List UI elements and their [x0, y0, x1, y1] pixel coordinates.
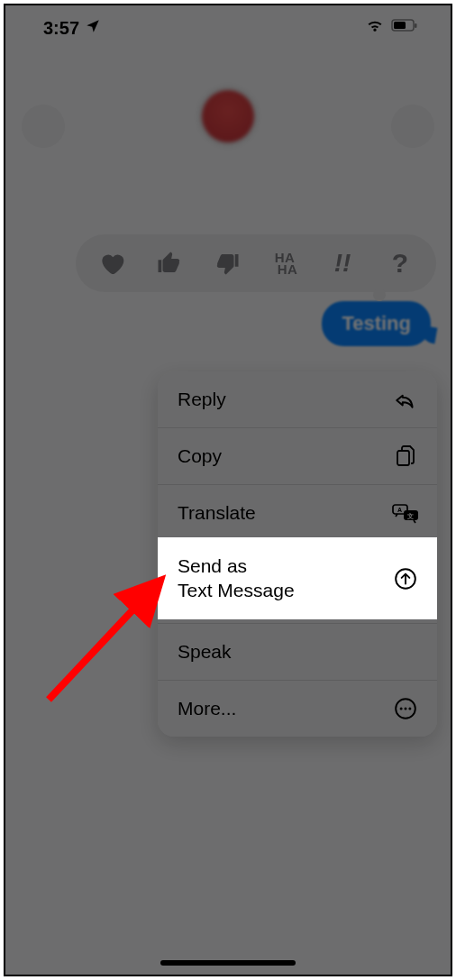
- message-text: Testing: [342, 312, 411, 334]
- speak-icon: [392, 638, 419, 665]
- svg-point-10: [400, 707, 403, 710]
- menu-item-more[interactable]: More...: [158, 681, 437, 737]
- reaction-haha[interactable]: HAHA: [261, 240, 308, 287]
- reaction-question[interactable]: ?: [377, 240, 424, 287]
- tapback-reaction-bar: HAHA !! ?: [76, 234, 436, 292]
- status-right: [366, 19, 418, 37]
- svg-rect-2: [415, 23, 417, 28]
- wifi-icon: [366, 19, 384, 37]
- send-up-icon: [392, 565, 419, 592]
- menu-item-label: Send as Text Message: [178, 554, 392, 602]
- svg-text:文: 文: [406, 512, 414, 520]
- menu-item-label: Reply: [178, 388, 392, 411]
- phone-frame: 3:57 HAHA: [4, 4, 452, 976]
- svg-point-11: [404, 707, 406, 710]
- reply-icon: [392, 386, 419, 413]
- reaction-exclaim[interactable]: !!: [319, 240, 366, 287]
- more-icon: [392, 695, 419, 722]
- translate-icon: A文: [392, 499, 419, 527]
- battery-icon: [391, 19, 418, 37]
- menu-item-label: Speak: [178, 640, 392, 664]
- menu-item-translate[interactable]: Translate A文: [158, 485, 437, 542]
- reaction-heart[interactable]: [88, 240, 135, 287]
- menu-item-label: Translate: [178, 501, 392, 525]
- status-bar: 3:57: [5, 5, 451, 50]
- message-bubble-sent[interactable]: Testing: [322, 301, 431, 346]
- copy-icon: [392, 443, 419, 470]
- status-left: 3:57: [43, 18, 101, 39]
- svg-rect-1: [394, 22, 406, 29]
- location-icon: [85, 18, 101, 39]
- home-indicator[interactable]: [160, 960, 296, 966]
- menu-item-label: More...: [178, 697, 392, 720]
- menu-item-label: Copy: [178, 444, 392, 468]
- menu-item-reply[interactable]: Reply: [158, 371, 437, 428]
- svg-line-15: [49, 582, 159, 700]
- video-call-button[interactable]: [391, 105, 434, 148]
- contact-avatar[interactable]: [202, 90, 254, 142]
- conversation-header: [5, 54, 451, 180]
- menu-item-send-as-text-highlight[interactable]: Send as Text Message: [158, 537, 437, 619]
- reaction-thumbs-down[interactable]: [204, 240, 251, 287]
- svg-text:A: A: [397, 507, 402, 513]
- svg-point-12: [408, 707, 411, 710]
- reaction-thumbs-up[interactable]: [146, 240, 193, 287]
- status-time: 3:57: [43, 18, 79, 39]
- back-button[interactable]: [22, 105, 65, 148]
- menu-item-copy[interactable]: Copy: [158, 428, 437, 485]
- svg-rect-3: [397, 451, 409, 465]
- menu-item-speak[interactable]: Speak: [158, 624, 437, 681]
